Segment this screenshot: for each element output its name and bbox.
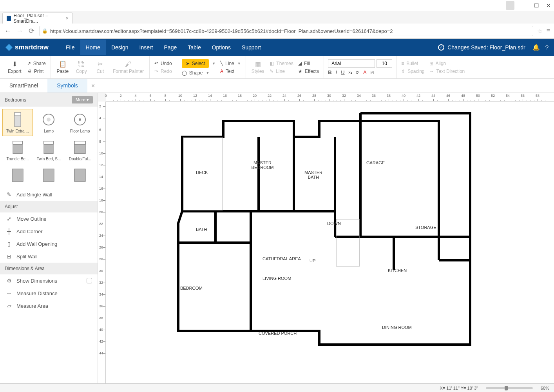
symbol-item[interactable]: Lamp	[34, 109, 64, 136]
notifications-icon[interactable]: 🔔	[532, 44, 540, 51]
maximize-button[interactable]: ☐	[534, 2, 539, 9]
dining-room-label: DINING ROOM	[382, 325, 412, 330]
zoom-slider[interactable]	[486, 387, 533, 389]
more-button[interactable]: More ▾	[72, 96, 93, 103]
copy-button: ⿻ Copy	[74, 60, 89, 75]
floorplan-drawing[interactable]: DECK MASTER BEDROOM MASTER BATH GARAGE B…	[149, 105, 486, 356]
user-badge-icon[interactable]	[506, 1, 514, 10]
superscript-button[interactable]: x²	[356, 70, 359, 74]
menu-page[interactable]: Page	[159, 40, 183, 55]
up-label: UP	[310, 258, 315, 263]
move-outline-button[interactable]: ⤢Move Outline	[0, 212, 98, 225]
menu-options[interactable]: Options	[206, 40, 236, 55]
export-button[interactable]: ⬇ Export	[6, 60, 23, 75]
app-logo[interactable]: smartdraw	[5, 44, 49, 51]
text-button[interactable]: AText	[219, 68, 242, 74]
svg-rect-14	[43, 169, 54, 181]
bold-button[interactable]: B	[328, 69, 331, 75]
zoom-level: 60%	[541, 386, 549, 390]
smartpanel-tab[interactable]: SmartPanel	[0, 79, 47, 93]
symbol-item[interactable]: Floor Lamp	[65, 109, 95, 136]
reload-button[interactable]: ⟳	[27, 27, 35, 35]
close-button[interactable]: ✕	[546, 2, 551, 9]
canvas[interactable]: DECK MASTER BEDROOM MASTER BATH GARAGE B…	[106, 102, 554, 384]
address-bar[interactable]: 🔒 https://cloud.smartdraw.com/editor.asp…	[39, 26, 533, 36]
help-icon[interactable]: ?	[545, 44, 549, 51]
fill-icon: ◢	[298, 61, 302, 66]
browser-menu-icon[interactable]: ≡	[547, 27, 550, 34]
shape-icon: ◯	[182, 70, 187, 76]
symbol-item[interactable]	[34, 165, 64, 186]
url-text: https://cloud.smartdraw.com/editor.aspx?…	[50, 28, 393, 34]
effects-button[interactable]: ★Effects	[297, 68, 320, 74]
split-wall-button[interactable]: ⊟Split Wall	[0, 250, 98, 263]
symbol-thumb	[72, 167, 88, 183]
bookmark-icon[interactable]: ☆	[537, 27, 543, 35]
fill-button[interactable]: ◢Fill	[297, 60, 320, 67]
menu-file[interactable]: File	[60, 40, 80, 55]
symbols-tab[interactable]: Symbols	[47, 79, 87, 93]
move-icon: ⤢	[5, 216, 13, 222]
share-button[interactable]: ↗Share	[26, 60, 47, 67]
text-direction-button: →Text Direction	[429, 68, 466, 74]
menu-support[interactable]: Support	[236, 40, 266, 55]
symbol-thumb	[10, 167, 25, 183]
add-single-wall-button[interactable]: ✎ Add Single Wall	[0, 188, 98, 201]
checkbox[interactable]	[87, 278, 92, 283]
line-icon: ╲	[220, 61, 223, 66]
symbol-item[interactable]: Twin Extra ...	[2, 109, 33, 136]
menu-table[interactable]: Table	[182, 40, 206, 55]
symbol-item[interactable]	[65, 165, 95, 186]
dimensions-header: Dimensions & Area	[5, 266, 45, 271]
add-corner-button[interactable]: ┼Add Corner	[0, 225, 98, 238]
measure-area-button[interactable]: ▱Measure Area	[0, 299, 98, 312]
menu-design[interactable]: Design	[106, 40, 134, 55]
browser-tab[interactable]: Floor_Plan.sdr -- SmartDra… ×	[2, 13, 73, 24]
select-button[interactable]: ➤Select ▼	[181, 59, 216, 68]
tab-close-icon[interactable]: ×	[65, 15, 69, 21]
back-button[interactable]: ←	[4, 27, 12, 35]
zoom-thumb[interactable]	[505, 386, 508, 390]
show-dimensions-toggle[interactable]: ⚙Show Dimensions	[0, 274, 98, 287]
symbol-item[interactable]: Trundle Be...	[2, 137, 33, 164]
svg-rect-12	[74, 141, 85, 144]
underline-button[interactable]: U	[341, 69, 344, 75]
pencil-icon: ✎	[5, 191, 13, 198]
svg-rect-29	[336, 219, 360, 266]
shape-dropdown-icon[interactable]: ▼	[206, 71, 209, 75]
svg-rect-2	[14, 113, 21, 116]
symbol-thumb	[10, 140, 25, 155]
spacing-icon: ⇕	[401, 69, 405, 74]
category-label: Bedrooms	[5, 97, 26, 103]
styles-button: ▦ Styles	[250, 60, 266, 75]
paste-button[interactable]: 📋 Paste	[55, 60, 71, 75]
measure-distance-button[interactable]: ↔Measure Distance	[0, 287, 98, 299]
panel-close-icon[interactable]: ×	[87, 79, 99, 93]
symbol-item[interactable]: Double/Ful...	[65, 137, 95, 164]
format-painter-button: 🖌 Format Painter	[111, 60, 145, 75]
line-button[interactable]: ╲Line▼	[219, 60, 242, 67]
canvas-area[interactable]: 0246810121416182022242628303234363840424…	[98, 93, 554, 384]
minimize-button[interactable]: —	[521, 2, 527, 9]
shape-button[interactable]: ◯Shape▼	[181, 70, 216, 76]
menu-home[interactable]: Home	[80, 40, 106, 55]
measure-area-label: Measure Area	[16, 303, 48, 309]
undo-button[interactable]: ↶Undo	[154, 60, 173, 67]
font-color-button[interactable]: A	[363, 69, 367, 75]
clear-format-button[interactable]: ⎚	[371, 69, 374, 75]
italic-button[interactable]: I	[336, 69, 337, 75]
symbol-item[interactable]	[2, 165, 33, 186]
redo-button: ↷Redo	[154, 68, 173, 74]
down-label: DOWN	[327, 221, 341, 226]
status-bar: X= 11' 11" Y= 10' 3" 60%	[0, 383, 554, 392]
menu-insert[interactable]: Insert	[134, 40, 159, 55]
print-button[interactable]: 🖨Print	[26, 68, 47, 74]
line-dropdown-icon[interactable]: ▼	[237, 62, 241, 65]
font-size-input[interactable]	[377, 59, 392, 68]
subscript-button[interactable]: x₂	[349, 70, 352, 74]
font-name-input[interactable]	[328, 59, 375, 68]
themes-button: ◧Themes	[269, 60, 294, 67]
add-wall-opening-button[interactable]: ▯Add Wall Opening	[0, 238, 98, 250]
symbol-item[interactable]: Twin Bed, S...	[34, 137, 64, 164]
select-dropdown-icon[interactable]: ▼	[212, 62, 215, 65]
